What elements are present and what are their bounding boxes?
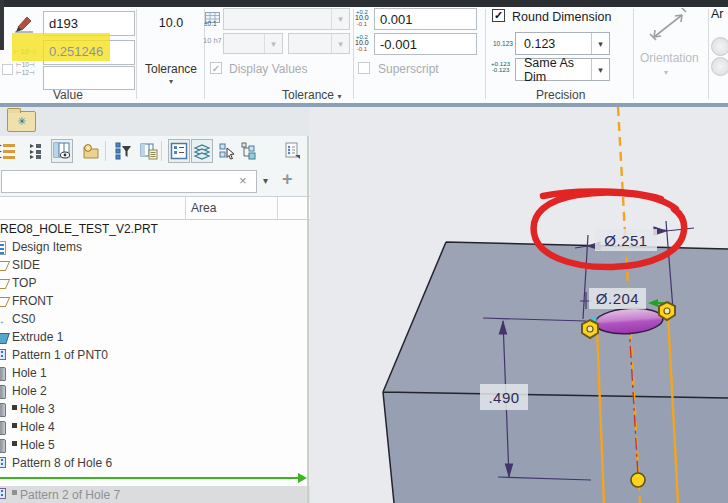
value-group-label: Value — [53, 88, 83, 102]
structure-icon[interactable] — [238, 139, 260, 163]
insert-here-arrow-icon[interactable] — [298, 473, 307, 483]
chevron-down-icon[interactable]: ▾ — [591, 33, 609, 54]
filter-icon[interactable] — [112, 139, 134, 163]
toolbar-divider — [105, 141, 106, 161]
tree-item[interactable]: SIDE — [0, 256, 307, 274]
add-column-icon[interactable]: + — [282, 169, 293, 190]
modified-marker-icon — [12, 490, 17, 495]
secondary-value-field[interactable] — [43, 66, 135, 90]
ribbon: d193 ⊢10⊣ 0.251246 ⊢10⊣ ⊢12⊣ Value 10.0 … — [0, 0, 728, 103]
tree-item[interactable]: Hole 2 — [0, 382, 307, 400]
tree-item-label: CS0 — [12, 312, 35, 326]
tolerance-value: 10.0 — [140, 16, 202, 30]
tolerance-button-label: Tolerance — [140, 62, 202, 76]
orientation-arrow-icon — [646, 8, 690, 44]
search-options-icon[interactable]: ▾ — [263, 175, 268, 186]
tolerance-menu-button[interactable]: 10.0 Tolerance ▾ — [140, 9, 202, 99]
upper-tolerance-field[interactable]: 0.001 — [374, 8, 477, 30]
hole-icon — [0, 421, 8, 434]
panel-splitter[interactable] — [307, 136, 309, 503]
tree-item[interactable]: TOP — [0, 274, 307, 292]
hole-depth-label[interactable]: .490 — [480, 384, 528, 410]
fit-grade-select: ▾ — [288, 33, 350, 54]
superscript-label: Superscript — [378, 62, 439, 76]
folder-star-icon: ✳ — [17, 115, 26, 128]
tree-columns-icon[interactable] — [51, 139, 73, 163]
tree-item[interactable]: Pattern 1 of PNT0 — [0, 346, 307, 364]
area-column-header[interactable]: Area — [191, 201, 216, 215]
tree-item[interactable]: FRONT — [0, 292, 307, 310]
tolerance-precision-select[interactable]: Same As Dim ▾ — [515, 58, 610, 81]
hex-handle-left[interactable] — [582, 320, 598, 338]
dimension-value: 0.251246 — [49, 44, 103, 59]
column-display-icon[interactable] — [138, 139, 160, 163]
check-icon: ✓ — [494, 9, 503, 22]
graphics-area[interactable]: Ø.251 Ø.204 .490 — [310, 107, 728, 503]
select-items-icon[interactable] — [216, 139, 238, 163]
model-tree-tab[interactable]: ✳ — [7, 111, 36, 132]
tree-header-row: Area — [0, 196, 310, 220]
tree-item[interactable]: →CS0 — [0, 310, 307, 328]
tree-item[interactable]: Extrude 1 — [0, 328, 307, 346]
tree-item[interactable]: Hole 3 — [0, 400, 307, 418]
arrow-style-toggle-2[interactable] — [711, 57, 728, 76]
decimal-places-select[interactable]: 0.123 ▾ — [515, 32, 610, 55]
plane-icon — [0, 259, 8, 272]
tree-item-label: Pattern 2 of Hole 7 — [20, 488, 120, 502]
collapse-tree-icon[interactable] — [26, 139, 48, 163]
hole-icon — [0, 367, 8, 380]
toolbar-divider — [161, 141, 162, 161]
tree-item-label: Extrude 1 — [12, 330, 63, 344]
creo-dimension-ribbon-window: d193 ⊢10⊣ 0.251246 ⊢10⊣ ⊢12⊣ Value 10.0 … — [0, 0, 728, 503]
modified-marker-icon — [12, 441, 17, 446]
dimension-name-value: d193 — [49, 16, 78, 31]
tree-item[interactable]: Hole 4 — [0, 418, 307, 436]
decimal-places-icon: 10.123 — [493, 40, 513, 47]
plane-icon — [0, 277, 8, 290]
new-group-icon[interactable] — [80, 139, 102, 163]
chevron-down-icon[interactable]: ▾ — [591, 59, 609, 80]
tree-item-label: Hole 4 — [20, 420, 55, 434]
decimal-places-value: 0.123 — [516, 33, 591, 54]
layer-tree-icon[interactable] — [191, 139, 213, 163]
tolerance-table-icon-text: ±0.1 — [204, 20, 217, 27]
tree-item[interactable]: Pattern 8 of Hole 6 — [0, 454, 307, 472]
expand-tree-icon[interactable] — [0, 139, 18, 163]
clear-search-icon[interactable]: × — [239, 174, 247, 187]
tree-item[interactable]: Hole 1 — [0, 364, 307, 382]
upper-tolerance-value: 0.001 — [380, 12, 413, 27]
counterbore-diameter-label[interactable]: Ø.251 — [595, 229, 657, 251]
lower-tolerance-field[interactable]: -0.001 — [374, 33, 477, 55]
tree-options-icon[interactable] — [281, 139, 303, 163]
precision-group-label: Precision — [536, 88, 585, 102]
item-list-icon[interactable] — [168, 139, 190, 163]
insert-here-line[interactable] — [0, 477, 300, 479]
search-input[interactable] — [1, 170, 257, 193]
tree-item-label: Hole 3 — [20, 402, 55, 416]
modified-marker-icon — [12, 405, 17, 410]
lower-tolerance-value: -0.001 — [380, 37, 417, 52]
plane-icon — [0, 295, 8, 308]
tree-item-label: Hole 5 — [20, 438, 55, 452]
tree-root-item[interactable]: REO8_HOLE_TEST_V2.PRT — [0, 220, 307, 238]
tree-item-label: Pattern 1 of PNT0 — [12, 348, 108, 362]
tolerance-table-select: ▾ — [223, 8, 350, 30]
hole-diameter-label[interactable]: Ø.204 — [589, 288, 646, 309]
tree-item-suppressed[interactable]: Pattern 2 of Hole 7 — [0, 486, 310, 503]
window-left-edge — [0, 0, 4, 50]
round-dimension-checkbox[interactable]: ✓ — [492, 9, 505, 22]
display-values-label: Display Values — [229, 62, 307, 76]
tolerance-group-label[interactable]: Tolerance ▾ — [282, 88, 341, 102]
csys-icon: → — [0, 313, 8, 326]
tree-item-label: FRONT — [12, 294, 53, 308]
arrow-style-toggle-1[interactable] — [711, 37, 728, 56]
hex-handle-right[interactable] — [659, 302, 675, 320]
chevron-down-icon: ▾ — [664, 68, 668, 77]
dual-dimension-checkbox[interactable] — [2, 64, 13, 75]
chevron-down-icon: ▾ — [140, 77, 202, 86]
fit-class-icon-text: 10 h7 — [203, 36, 222, 45]
depth-handle[interactable] — [631, 473, 645, 487]
tree-item[interactable]: Design Items — [0, 238, 307, 256]
tree-item[interactable]: Hole 5 — [0, 436, 307, 454]
modified-marker-icon — [12, 423, 17, 428]
